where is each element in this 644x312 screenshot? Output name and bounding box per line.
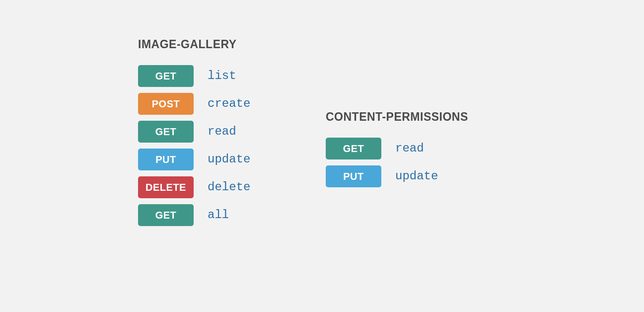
method-badge-get: GET bbox=[138, 204, 194, 226]
endpoint-row[interactable]: GET list bbox=[138, 65, 250, 87]
endpoint-operation: list bbox=[208, 70, 236, 82]
method-badge-get: GET bbox=[138, 65, 194, 87]
group-title: IMAGE-GALLERY bbox=[138, 38, 250, 51]
endpoint-operation: read bbox=[208, 126, 236, 138]
method-badge-delete: DELETE bbox=[138, 176, 194, 198]
endpoint-row[interactable]: GET all bbox=[138, 204, 250, 226]
endpoint-operation: delete bbox=[208, 181, 250, 193]
api-endpoints-panel: IMAGE-GALLERY GET list POST create GET r… bbox=[0, 0, 644, 312]
endpoint-operation: read bbox=[395, 143, 424, 155]
endpoint-group-image-gallery: IMAGE-GALLERY GET list POST create GET r… bbox=[138, 38, 250, 232]
endpoint-row[interactable]: GET read bbox=[326, 138, 468, 159]
method-badge-put: PUT bbox=[138, 149, 194, 170]
endpoint-group-content-permissions: CONTENT-PERMISSIONS GET read PUT update bbox=[326, 110, 468, 193]
method-badge-put: PUT bbox=[326, 165, 381, 187]
endpoint-operation: all bbox=[208, 209, 229, 221]
endpoint-row[interactable]: PUT update bbox=[326, 165, 468, 187]
endpoint-operation: update bbox=[208, 154, 250, 165]
endpoint-row[interactable]: PUT update bbox=[138, 149, 250, 170]
method-badge-post: POST bbox=[138, 93, 194, 115]
endpoint-row[interactable]: GET read bbox=[138, 121, 250, 143]
endpoint-operation: create bbox=[208, 98, 250, 110]
endpoint-operation: update bbox=[395, 170, 438, 182]
endpoint-row[interactable]: DELETE delete bbox=[138, 176, 250, 198]
endpoint-row[interactable]: POST create bbox=[138, 93, 250, 115]
method-badge-get: GET bbox=[326, 138, 381, 159]
method-badge-get: GET bbox=[138, 121, 194, 143]
group-title: CONTENT-PERMISSIONS bbox=[326, 110, 468, 124]
